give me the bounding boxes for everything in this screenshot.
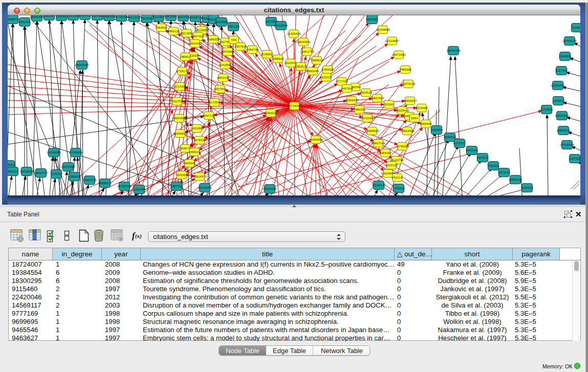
svg-text:17016504: 17016504: [560, 143, 574, 146]
svg-text:1362615: 1362615: [295, 64, 308, 68]
svg-text:15720407: 15720407: [360, 116, 375, 120]
svg-text:8471676: 8471676: [498, 170, 511, 174]
svg-text:14463627: 14463627: [403, 99, 417, 102]
svg-text:20206556: 20206556: [47, 150, 61, 154]
svg-text:546: 546: [231, 38, 237, 41]
svg-text:16961758: 16961758: [300, 50, 314, 53]
svg-text:10218506: 10218506: [214, 20, 229, 24]
svg-text:16782759: 16782759: [117, 184, 132, 188]
svg-text:2891406: 2891406: [18, 20, 31, 24]
svg-text:7515526: 7515526: [141, 16, 154, 20]
svg-text:1010755: 1010755: [171, 99, 184, 103]
svg-text:12093872: 12093872: [551, 83, 565, 87]
svg-text:8454749: 8454749: [246, 48, 259, 51]
svg-text:114519: 114519: [51, 172, 62, 176]
svg-text:98961: 98961: [181, 55, 190, 58]
svg-text:16543362: 16543362: [188, 41, 202, 45]
svg-text:6794028: 6794028: [321, 68, 334, 71]
svg-text:14136141: 14136141: [372, 183, 386, 187]
svg-text:7857224: 7857224: [227, 25, 240, 28]
svg-text:9827503: 9827503: [192, 34, 205, 38]
svg-text:9699695: 9699695: [420, 122, 432, 125]
svg-text:391514: 391514: [8, 169, 18, 173]
svg-text:9146821: 9146821: [261, 52, 274, 56]
svg-text:1640954: 1640954: [430, 128, 443, 132]
svg-text:9227342: 9227342: [555, 69, 568, 72]
svg-text:2718170: 2718170: [176, 69, 189, 73]
svg-text:8912950: 8912950: [181, 31, 193, 35]
svg-text:19654983: 19654983: [172, 116, 186, 120]
svg-text:14353594: 14353594: [190, 126, 204, 130]
svg-text:9084067: 9084067: [379, 151, 392, 155]
svg-text:16958117: 16958117: [98, 181, 112, 185]
svg-text:10654112: 10654112: [508, 178, 522, 181]
svg-text:7663822: 7663822: [155, 26, 168, 29]
svg-text:9457791: 9457791: [170, 184, 183, 188]
svg-text:7485063: 7485063: [399, 68, 412, 71]
svg-text:12942737: 12942737: [34, 171, 48, 174]
svg-text:16914479: 16914479: [192, 174, 207, 178]
svg-text:9329906: 9329906: [559, 54, 572, 58]
svg-text:17359924: 17359924: [69, 150, 83, 154]
svg-text:9474444: 9474444: [466, 148, 478, 152]
svg-text:7986322: 7986322: [353, 107, 366, 111]
svg-text:1265303: 1265303: [55, 15, 68, 18]
svg-text:19384554: 19384554: [309, 138, 323, 141]
svg-text:1244415: 1244415: [552, 99, 565, 102]
svg-text:3215958: 3215958: [540, 107, 553, 111]
svg-text:9121509: 9121509: [153, 15, 165, 18]
svg-text:16713155: 16713155: [127, 15, 141, 19]
svg-text:18724007: 18724007: [287, 104, 301, 107]
svg-text:16210643: 16210643: [555, 114, 569, 117]
svg-text:6497508: 6497508: [341, 86, 354, 90]
svg-text:12923485: 12923485: [263, 187, 277, 190]
svg-text:845061: 845061: [8, 163, 15, 166]
svg-text:18807249: 18807249: [371, 141, 385, 145]
svg-text:8609948: 8609948: [183, 161, 196, 165]
svg-text:12213389: 12213389: [172, 84, 187, 88]
svg-text:2803144: 2803144: [217, 76, 230, 79]
svg-text:12975115: 12975115: [401, 82, 416, 85]
svg-text:9242848: 9242848: [219, 63, 232, 67]
svg-text:62160: 62160: [384, 102, 394, 106]
svg-text:10688609: 10688609: [365, 129, 379, 133]
svg-text:9777169: 9777169: [336, 79, 349, 83]
svg-text:7955812: 7955812: [311, 58, 323, 62]
svg-text:10756928: 10756928: [395, 144, 409, 148]
svg-text:252214: 252214: [392, 176, 403, 179]
svg-text:9215460: 9215460: [416, 106, 428, 110]
svg-text:19166825: 19166825: [173, 132, 187, 135]
svg-text:1161504: 1161504: [177, 15, 189, 18]
svg-text:9245632: 9245632: [521, 186, 534, 189]
svg-text:2667608: 2667608: [234, 45, 247, 48]
svg-text:12213967: 12213967: [385, 39, 399, 42]
svg-text:19654923: 19654923: [400, 129, 415, 133]
svg-text:8186328: 8186328: [207, 37, 220, 41]
svg-text:6466160: 6466160: [103, 15, 116, 18]
svg-text:1250515: 1250515: [68, 174, 81, 178]
svg-text:111504: 111504: [572, 26, 580, 29]
svg-text:33975887: 33975887: [61, 165, 75, 168]
svg-text:1527602: 1527602: [91, 15, 104, 17]
svg-text:16640910: 16640910: [296, 40, 311, 43]
svg-text:7032621: 7032621: [487, 164, 500, 167]
svg-text:20691406: 20691406: [30, 15, 44, 18]
svg-text:7625402: 7625402: [176, 173, 188, 177]
svg-text:10025433: 10025433: [395, 108, 409, 112]
svg-text:1167534: 1167534: [569, 157, 580, 160]
svg-text:8322037: 8322037: [285, 61, 297, 64]
svg-text:10653267: 10653267: [78, 15, 92, 17]
svg-text:8878332: 8878332: [193, 138, 206, 142]
svg-text:1733426: 1733426: [393, 186, 405, 190]
svg-text:28053346: 28053346: [75, 63, 89, 67]
svg-text:8427552: 8427552: [214, 87, 227, 91]
svg-text:3624514: 3624514: [360, 91, 373, 94]
svg-text:8938918: 8938918: [444, 135, 456, 139]
svg-text:15751074: 15751074: [562, 39, 577, 42]
svg-text:8660124: 8660124: [167, 29, 180, 33]
svg-text:10973493: 10973493: [391, 53, 406, 56]
svg-text:8813054: 8813054: [165, 15, 178, 18]
svg-text:3875685: 3875685: [222, 50, 234, 53]
svg-text:10218506: 10218506: [274, 24, 288, 27]
svg-text:1588520: 1588520: [272, 57, 285, 60]
